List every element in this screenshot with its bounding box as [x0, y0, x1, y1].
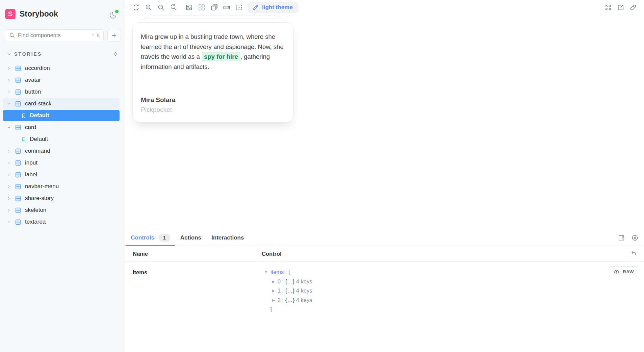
chevron-down-icon[interactable] — [7, 52, 11, 56]
panel-position-icon[interactable] — [618, 234, 625, 242]
outline-icon[interactable] — [233, 2, 245, 12]
json-root-line[interactable]: ▼items : [ — [262, 268, 644, 277]
sidebar-item-input[interactable]: input — [3, 157, 120, 169]
zoom-in-icon[interactable] — [142, 2, 155, 12]
sidebar-item-card-stack[interactable]: card-stack — [3, 98, 120, 109]
remount-icon[interactable] — [130, 2, 142, 12]
canvas-toolbar: light theme — [125, 0, 644, 15]
sidebar-item-label: Default — [30, 112, 49, 119]
component-icon — [15, 219, 21, 225]
fullscreen-icon[interactable] — [602, 2, 614, 12]
moon-icon[interactable] — [108, 10, 118, 20]
theme-switcher-button[interactable]: light theme — [248, 2, 299, 13]
search-row: Find components ^ K — [0, 29, 125, 42]
tab-actions[interactable]: Actions — [175, 230, 206, 246]
component-icon — [15, 65, 21, 72]
expand-collapse-icon[interactable] — [112, 50, 119, 58]
component-icon — [15, 207, 21, 213]
card-body-text: Mira grew up in a bustling trade town, w… — [141, 32, 285, 72]
chevron-right-icon — [7, 66, 11, 71]
column-name: Name — [125, 251, 262, 257]
sidebar-item-card[interactable]: card — [3, 122, 120, 133]
json-child-line[interactable]: ▶2 : {…} 4 keys — [262, 296, 644, 305]
background-icon[interactable] — [183, 2, 195, 12]
sidebar-item-default[interactable]: Default — [3, 133, 120, 145]
sidebar-item-default[interactable]: Default — [3, 110, 120, 121]
theme-switcher-label: light theme — [262, 4, 293, 11]
sidebar-item-label: button — [25, 89, 41, 95]
chevron-down-icon — [7, 102, 11, 106]
open-new-tab-icon[interactable] — [614, 2, 627, 12]
sidebar-item-share-story[interactable]: share-story — [3, 193, 120, 204]
addons-panel: Controls 1 Actions Interactions — [125, 230, 644, 352]
card-character-name: Mira Solara — [141, 96, 285, 104]
storybook-logo[interactable]: S Storybook — [5, 9, 58, 19]
component-icon — [15, 89, 21, 95]
story-bookmark-icon — [21, 136, 26, 142]
copy-link-icon[interactable] — [627, 2, 639, 12]
sidebar-item-label[interactable]: label — [3, 169, 120, 180]
brand-name: Storybook — [20, 9, 58, 19]
sidebar-item-textarea[interactable]: textarea — [3, 216, 120, 228]
preview-area: light theme — [125, 0, 644, 352]
tab-controls[interactable]: Controls 1 — [126, 230, 175, 246]
character-card: Mira grew up in a bustling trade town, w… — [132, 22, 294, 122]
component-icon — [15, 160, 21, 166]
reset-zoom-icon[interactable] — [167, 2, 180, 12]
sidebar-item-label: label — [25, 171, 37, 178]
json-child-line[interactable]: ▶1 : {…} 4 keys — [262, 286, 644, 296]
sidebar-item-label: card-stack — [25, 100, 51, 107]
measure-icon[interactable] — [220, 2, 233, 12]
component-icon — [15, 183, 21, 190]
sidebar-item-label: card — [25, 124, 36, 131]
caret-right-icon[interactable]: ▶ — [272, 277, 275, 286]
component-icon — [15, 77, 21, 83]
close-panel-icon[interactable] — [631, 234, 639, 242]
paintbrush-icon — [252, 4, 259, 11]
chevron-right-icon — [7, 196, 11, 201]
raw-toggle-button[interactable]: RAW — [609, 267, 638, 277]
sidebar-item-label: input — [25, 159, 37, 166]
zoom-out-icon[interactable] — [155, 2, 167, 12]
stories-section-label: STORIES — [14, 51, 42, 57]
caret-down-icon[interactable]: ▼ — [264, 268, 268, 277]
chevron-right-icon — [7, 149, 11, 153]
plus-icon — [111, 32, 118, 39]
create-story-button[interactable] — [107, 29, 121, 42]
grid-icon[interactable] — [195, 2, 208, 12]
json-child-line[interactable]: ▶0 : {…} 4 keys — [262, 277, 644, 286]
chevron-right-icon — [7, 184, 11, 189]
sidebar-item-avatar[interactable]: avatar — [3, 74, 120, 86]
object-control: ▼items : [ ▶0 : {…} 4 keys▶1 : {…} 4 key… — [262, 268, 644, 314]
sidebar-item-navbar-menu[interactable]: navbar-menu — [3, 181, 120, 192]
arg-control: ▼items : [ ▶0 : {…} 4 keys▶1 : {…} 4 key… — [262, 268, 644, 314]
tab-interactions[interactable]: Interactions — [206, 230, 249, 246]
caret-right-icon[interactable]: ▶ — [272, 296, 275, 305]
story-canvas: Mira grew up in a bustling trade town, w… — [125, 15, 644, 230]
undo-icon[interactable] — [630, 250, 637, 257]
sidebar-item-label: accordion — [25, 65, 50, 72]
storybook-app: S Storybook Find components ^ K — [0, 0, 644, 352]
chevron-down-icon — [7, 125, 11, 130]
search-input[interactable]: Find components ^ K — [5, 29, 104, 41]
chevron-right-icon — [7, 78, 11, 82]
sidebar-item-button[interactable]: button — [3, 86, 120, 98]
caret-right-icon[interactable]: ▶ — [272, 286, 275, 296]
viewport-icon[interactable] — [208, 2, 220, 12]
chevron-right-icon — [7, 161, 11, 165]
highlighted-phrase: spy for hire — [202, 52, 240, 61]
storybook-logo-icon: S — [5, 9, 16, 19]
sidebar-item-command[interactable]: command — [3, 145, 120, 157]
chevron-right-icon — [7, 208, 11, 212]
stories-tree: accordionavatarbuttoncard-stackDefaultca… — [0, 62, 125, 228]
sidebar-item-label: Default — [30, 136, 48, 143]
card-character-role: Pickpocket — [141, 106, 285, 114]
search-icon — [9, 32, 15, 38]
table-row: items ▼items : [ ▶0 : {…} 4 keys▶1 : {…}… — [125, 262, 644, 314]
sidebar-item-skeleton[interactable]: skeleton — [3, 204, 120, 216]
sidebar-item-accordion[interactable]: accordion — [3, 62, 120, 74]
toolbar-divider — [181, 3, 181, 12]
component-icon — [15, 124, 21, 131]
json-close-line: ] — [262, 305, 644, 314]
component-icon — [15, 172, 21, 178]
